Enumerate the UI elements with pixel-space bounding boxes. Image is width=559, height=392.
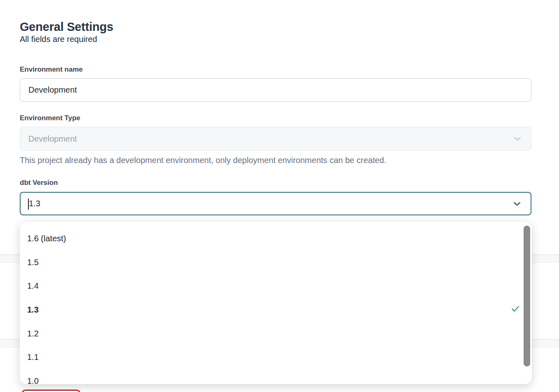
option-label: 1.3 (27, 305, 39, 315)
dbt-version-label: dbt Version (20, 179, 58, 187)
listbox-scrollbar[interactable] (524, 226, 530, 366)
option-label: 1.0 (27, 376, 39, 384)
text-caret (28, 198, 29, 210)
check-icon (510, 304, 520, 316)
page-title: General Settings (20, 20, 113, 34)
option-label: 1.1 (27, 352, 39, 362)
option-label: 1.6 (latest) (27, 234, 66, 243)
dbt-version-combobox[interactable]: 1.3 (20, 192, 531, 215)
environment-name-input[interactable] (20, 78, 531, 102)
option-label: 1.5 (27, 258, 39, 267)
option-label: 1.2 (27, 329, 39, 338)
dbt-version-option[interactable]: 1.1 (20, 345, 532, 369)
dbt-version-option[interactable]: 1.4 (20, 274, 532, 298)
environment-type-helper-text: This project already has a development e… (20, 156, 387, 165)
environment-type-label: Environment Type (20, 114, 80, 122)
environment-type-value: Development (28, 134, 77, 144)
dbt-version-option[interactable]: 1.6 (latest) (20, 227, 532, 251)
dbt-version-listbox: 1.6 (latest) 1.5 1.4 1.3 1.2 1 (20, 222, 532, 384)
option-label: 1.4 (27, 281, 39, 291)
chevron-down-icon (512, 133, 523, 144)
delete-button[interactable] (21, 390, 81, 392)
dbt-version-option[interactable]: 1.0 (20, 369, 532, 384)
environment-type-select: Development (20, 127, 531, 151)
chevron-down-icon[interactable] (512, 198, 522, 209)
environment-name-label: Environment name (20, 65, 83, 74)
dbt-version-option[interactable]: 1.3 (20, 298, 532, 322)
dbt-version-option[interactable]: 1.5 (20, 251, 532, 275)
page-subtitle: All fields are required (20, 35, 97, 44)
dbt-version-option[interactable]: 1.2 (20, 322, 532, 345)
dbt-version-value: 1.3 (29, 199, 40, 208)
